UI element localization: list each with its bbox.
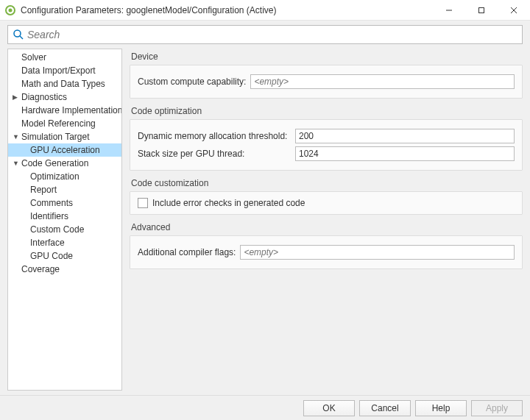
include-err-label: Include error checks in generated code [152,198,305,208]
minimize-button[interactable] [433,0,465,21]
section-codecustom-title: Code customization [131,178,523,188]
stack-size-label: Stack size per GPU thread: [138,149,291,159]
cancel-button[interactable]: Cancel [359,400,411,416]
sidebar-item-label: Solver [21,51,46,64]
sidebar-item-label: Report [30,183,57,196]
section-codeopt: Dynamic memory allocation threshold: Sta… [130,119,523,171]
add-flags-input[interactable] [240,245,515,260]
section-device: Custom compute capability: [130,65,523,99]
dyn-mem-input[interactable] [295,129,515,143]
svg-line-7 [20,36,23,39]
sidebar-item-label: Model Referencing [21,117,96,130]
footer: OK Cancel Help Apply [0,395,530,420]
custom-compute-label: Custom compute capability: [138,76,246,87]
svg-rect-3 [479,7,484,13]
content: Device Custom compute capability: Code o… [130,49,523,391]
sidebar-item-data-import-export[interactable]: Data Import/Export [8,64,121,77]
sidebar-item-simulation-target[interactable]: ▼Simulation Target [8,130,121,143]
sidebar-item-label: Interface [30,236,65,249]
sidebar-item-label: Identifiers [30,210,68,223]
sidebar-item-comments[interactable]: Comments [8,196,121,210]
sidebar-item-diagnostics[interactable]: ▶Diagnostics [8,90,121,104]
titlebar: Configuration Parameters: googlenetModel… [0,0,530,21]
sidebar-item-solver[interactable]: Solver [8,51,121,64]
custom-compute-input[interactable] [250,74,515,89]
tree-arrow-icon: ▼ [13,157,20,170]
include-err-checkbox[interactable] [138,198,148,208]
sidebar-item-custom-code[interactable]: Custom Code [8,223,121,236]
sidebar: SolverData Import/ExportMath and Data Ty… [7,49,122,391]
dyn-mem-label: Dynamic memory allocation threshold: [138,131,291,141]
sidebar-item-label: Code Generation [21,157,88,170]
sidebar-item-label: Math and Data Types [21,77,105,90]
sidebar-item-code-generation[interactable]: ▼Code Generation [8,157,121,170]
window-title: Configuration Parameters: googlenetModel… [21,5,433,15]
sidebar-item-gpu-acceleration[interactable]: GPU Acceleration [8,143,121,157]
sidebar-item-math-and-data-types[interactable]: Math and Data Types [8,77,121,90]
sidebar-item-model-referencing[interactable]: Model Referencing [8,117,121,130]
section-codeopt-title: Code optimization [131,106,523,116]
close-button[interactable] [498,0,530,21]
window-buttons [433,0,530,21]
sidebar-item-label: Comments [30,196,73,210]
help-button[interactable]: Help [415,400,467,416]
section-codecustom: Include error checks in generated code [130,191,523,215]
sidebar-item-label: GPU Code [30,249,73,263]
sidebar-item-interface[interactable]: Interface [8,236,121,249]
search-input[interactable] [27,29,517,40]
section-advanced-title: Advanced [131,222,523,232]
svg-point-6 [14,30,21,37]
sidebar-item-label: Custom Code [30,223,84,236]
sidebar-item-hardware-implementation[interactable]: Hardware Implementation [8,104,121,117]
sidebar-item-label: GPU Acceleration [30,143,100,157]
sidebar-item-label: Hardware Implementation [21,104,122,117]
sidebar-item-coverage[interactable]: Coverage [8,263,121,276]
sidebar-item-label: Optimization [30,170,80,183]
section-device-title: Device [131,51,523,62]
searchbar-row [0,21,530,49]
ok-button[interactable]: OK [303,400,355,416]
main: SolverData Import/ExportMath and Data Ty… [0,49,530,395]
apply-button[interactable]: Apply [471,400,523,416]
searchbar[interactable] [7,25,523,44]
section-advanced: Additional compiler flags: [130,235,523,269]
add-flags-label: Additional compiler flags: [138,247,236,257]
svg-point-1 [9,8,13,12]
sidebar-item-label: Data Import/Export [21,64,96,77]
tree-arrow-icon: ▼ [13,130,20,143]
stack-size-input[interactable] [295,146,515,161]
sidebar-item-label: Diagnostics [21,90,67,104]
sidebar-item-label: Simulation Target [21,130,90,143]
sidebar-item-label: Coverage [21,263,60,276]
sidebar-item-identifiers[interactable]: Identifiers [8,210,121,223]
maximize-button[interactable] [465,0,498,21]
sidebar-item-report[interactable]: Report [8,183,121,196]
sidebar-item-optimization[interactable]: Optimization [8,170,121,183]
sidebar-item-gpu-code[interactable]: GPU Code [8,249,121,263]
search-icon [13,29,24,40]
app-icon [4,4,16,16]
tree-arrow-icon: ▶ [13,90,20,104]
